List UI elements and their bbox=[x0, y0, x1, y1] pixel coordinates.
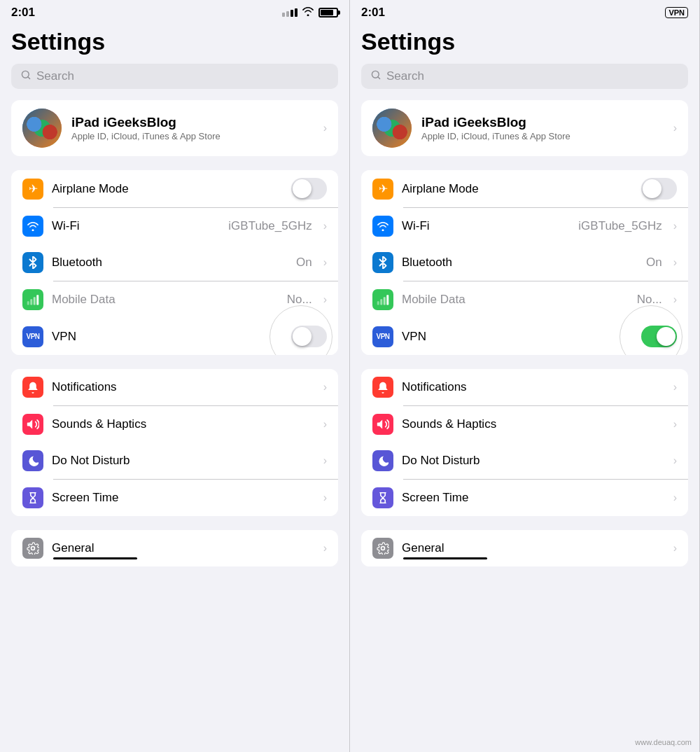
chevron-right-icon: › bbox=[673, 542, 677, 555]
mobile-data-label: Mobile Data bbox=[402, 293, 629, 307]
status-icons bbox=[282, 6, 338, 19]
screen-time-icon bbox=[22, 487, 43, 508]
search-bar[interactable]: Search bbox=[361, 64, 688, 89]
status-bar: 2:01VPN bbox=[350, 0, 699, 22]
settings-row-vpn[interactable]: VPNVPN bbox=[361, 318, 688, 355]
chevron-right-icon: › bbox=[323, 293, 327, 306]
mobile-data-icon bbox=[22, 289, 43, 310]
wifi-label: Wi-Fi bbox=[402, 219, 570, 233]
connectivity-section: ✈Airplane Mode Wi-FiiGBTube_5GHz› Blueto… bbox=[361, 170, 688, 355]
airplane-label: Airplane Mode bbox=[402, 182, 633, 196]
page-title: Settings bbox=[0, 22, 349, 64]
general-section: Notifications› Sounds & Haptics› Do Not … bbox=[361, 369, 688, 516]
settings-row-dnd[interactable]: Do Not Disturb› bbox=[11, 443, 338, 479]
status-time: 2:01 bbox=[361, 6, 385, 20]
bluetooth-label: Bluetooth bbox=[402, 256, 638, 270]
bottom-section: General› bbox=[361, 530, 688, 566]
watermark: www.deuaq.com bbox=[629, 735, 697, 749]
airplane-toggle[interactable] bbox=[291, 178, 327, 200]
search-bar[interactable]: Search bbox=[11, 64, 338, 89]
notifications-icon bbox=[22, 377, 43, 398]
wifi-label: Wi-Fi bbox=[52, 219, 220, 233]
general-label: General bbox=[402, 541, 665, 555]
settings-row-wifi[interactable]: Wi-FiiGBTube_5GHz› bbox=[361, 208, 688, 244]
vpn-label: VPN bbox=[402, 330, 633, 344]
profile-name: iPad iGeeksBlog bbox=[71, 115, 314, 130]
settings-row-vpn[interactable]: VPNVPN bbox=[11, 318, 338, 355]
profile-subtitle: Apple ID, iCloud, iTunes & App Store bbox=[71, 131, 314, 141]
profile-name: iPad iGeeksBlog bbox=[421, 115, 664, 130]
settings-row-dnd[interactable]: Do Not Disturb› bbox=[361, 443, 688, 479]
chevron-right-icon: › bbox=[673, 492, 677, 504]
status-time: 2:01 bbox=[11, 6, 35, 20]
settings-row-bluetooth[interactable]: BluetoothOn› bbox=[11, 244, 338, 281]
airplane-toggle[interactable] bbox=[641, 178, 677, 200]
vpn-status-badge: VPN bbox=[665, 7, 688, 18]
wifi-value: iGBTube_5GHz bbox=[228, 219, 312, 233]
settings-row-general-bottom[interactable]: General› bbox=[11, 530, 338, 566]
svg-rect-1 bbox=[27, 301, 29, 305]
settings-row-airplane[interactable]: ✈Airplane Mode bbox=[11, 170, 338, 207]
settings-row-general-bottom[interactable]: General› bbox=[361, 530, 688, 566]
connectivity-section: ✈Airplane Mode Wi-FiiGBTube_5GHz› Blueto… bbox=[11, 170, 338, 355]
settings-row-screen-time[interactable]: Screen Time› bbox=[11, 480, 338, 516]
chevron-right-icon: › bbox=[323, 492, 327, 504]
airplane-icon: ✈ bbox=[22, 179, 43, 200]
vpn-toggle[interactable] bbox=[641, 326, 677, 347]
settings-row-mobile-data[interactable]: Mobile DataNo...› bbox=[361, 281, 688, 318]
avatar bbox=[22, 109, 62, 148]
settings-row-screen-time[interactable]: Screen Time› bbox=[361, 480, 688, 516]
page-title: Settings bbox=[350, 22, 699, 64]
home-indicator bbox=[53, 557, 137, 559]
screen-time-icon bbox=[372, 487, 393, 508]
settings-row-mobile-data[interactable]: Mobile DataNo...› bbox=[11, 281, 338, 318]
general-section: Notifications› Sounds & Haptics› Do Not … bbox=[11, 369, 338, 516]
settings-row-sounds[interactable]: Sounds & Haptics› bbox=[11, 406, 338, 443]
profile-section: iPad iGeeksBlogApple ID, iCloud, iTunes … bbox=[361, 100, 688, 156]
search-icon bbox=[371, 70, 381, 83]
chevron-right-icon: › bbox=[673, 293, 677, 306]
svg-rect-8 bbox=[380, 299, 382, 305]
sounds-label: Sounds & Haptics bbox=[402, 417, 665, 431]
settings-row-sounds[interactable]: Sounds & Haptics› bbox=[361, 406, 688, 443]
chevron-right-icon: › bbox=[323, 220, 327, 232]
chevron-right-icon: › bbox=[673, 381, 677, 394]
settings-row-notifications[interactable]: Notifications› bbox=[11, 369, 338, 405]
sounds-icon bbox=[372, 414, 393, 435]
bluetooth-icon bbox=[372, 252, 393, 273]
settings-row-wifi[interactable]: Wi-FiiGBTube_5GHz› bbox=[11, 208, 338, 244]
notifications-icon bbox=[372, 377, 393, 398]
bluetooth-label: Bluetooth bbox=[52, 256, 288, 270]
dnd-label: Do Not Disturb bbox=[402, 454, 665, 468]
dnd-label: Do Not Disturb bbox=[52, 454, 315, 468]
chevron-right-icon: › bbox=[323, 418, 327, 431]
notifications-label: Notifications bbox=[52, 380, 315, 394]
general-icon bbox=[372, 538, 393, 559]
profile-row[interactable]: iPad iGeeksBlogApple ID, iCloud, iTunes … bbox=[11, 100, 338, 156]
search-placeholder: Search bbox=[386, 69, 424, 83]
svg-rect-3 bbox=[34, 297, 36, 305]
general-icon bbox=[22, 538, 43, 559]
chevron-right-icon: › bbox=[323, 454, 327, 467]
dnd-icon bbox=[372, 450, 393, 471]
dnd-icon bbox=[22, 450, 43, 471]
mobile-data-value: No... bbox=[637, 293, 662, 307]
general-label: General bbox=[52, 541, 315, 555]
phone-panel-left: 2:01 Settings Search iPad iGeeksBlogAppl… bbox=[0, 0, 350, 752]
vpn-toggle[interactable] bbox=[291, 326, 327, 347]
settings-row-airplane[interactable]: ✈Airplane Mode bbox=[361, 170, 688, 207]
chevron-right-icon: › bbox=[673, 256, 677, 269]
profile-row[interactable]: iPad iGeeksBlogApple ID, iCloud, iTunes … bbox=[361, 100, 688, 156]
profile-section: iPad iGeeksBlogApple ID, iCloud, iTunes … bbox=[11, 100, 338, 156]
settings-row-bluetooth[interactable]: BluetoothOn› bbox=[361, 244, 688, 281]
search-placeholder: Search bbox=[36, 69, 74, 83]
wifi-status-icon bbox=[302, 6, 314, 19]
svg-point-11 bbox=[382, 546, 385, 550]
chevron-right-icon: › bbox=[323, 122, 327, 134]
bottom-section: General› bbox=[11, 530, 338, 566]
chevron-right-icon: › bbox=[673, 454, 677, 467]
vpn-icon: VPN bbox=[22, 326, 43, 347]
airplane-label: Airplane Mode bbox=[52, 182, 283, 196]
settings-row-notifications[interactable]: Notifications› bbox=[361, 369, 688, 405]
chevron-right-icon: › bbox=[673, 122, 677, 134]
